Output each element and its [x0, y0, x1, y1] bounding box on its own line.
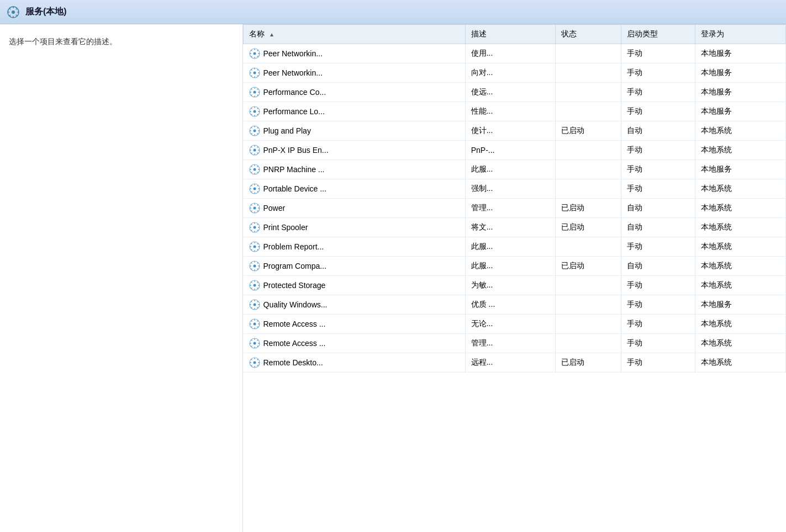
service-name-text: Peer Networkin... [263, 68, 323, 77]
service-name-cell: Remote Access ... [244, 315, 466, 334]
service-login-as-cell: 本地系统 [695, 121, 786, 141]
service-login-as-cell: 本地系统 [695, 257, 786, 276]
service-description-cell: 使远... [465, 83, 556, 102]
service-description-cell: 使计... [465, 121, 556, 141]
service-status-cell [556, 63, 621, 83]
service-gear-icon [249, 203, 260, 214]
service-login-as-cell: 本地服务 [695, 63, 786, 83]
svg-point-5 [253, 72, 256, 75]
service-status-cell [556, 334, 621, 353]
service-login-as-cell: 本地系统 [695, 353, 786, 373]
table-row[interactable]: Peer Networkin... 使用...手动本地服务 [244, 44, 786, 63]
service-status-cell [556, 160, 621, 179]
service-name-text: Quality Windows... [263, 300, 328, 309]
service-name-text: Protected Storage [263, 281, 326, 290]
table-row[interactable]: Remote Access ... 管理...手动本地系统 [244, 334, 786, 353]
service-startup-type-cell: 手动 [621, 83, 695, 102]
service-status-cell: 已启动 [556, 257, 621, 276]
service-startup-type-cell: 自动 [621, 199, 695, 218]
table-row[interactable]: Performance Co... 使远...手动本地服务 [244, 83, 786, 102]
svg-point-7 [253, 91, 256, 94]
service-name-cell: Plug and Play [244, 121, 466, 141]
table-row[interactable]: Protected Storage 为敏...手动本地系统 [244, 276, 786, 295]
service-name-cell: Remote Access ... [244, 334, 466, 353]
service-login-as-cell: 本地系统 [695, 237, 786, 257]
service-login-as-cell: 本地系统 [695, 276, 786, 295]
service-startup-type-cell: 手动 [621, 160, 695, 179]
service-startup-type-cell: 手动 [621, 179, 695, 199]
service-login-as-cell: 本地系统 [695, 315, 786, 334]
table-header-row: 名称 ▲ 描述 状态 启动类型 登录为 [244, 25, 786, 44]
service-description-cell: 性能... [465, 102, 556, 121]
table-row[interactable]: Quality Windows... 优质 ...手动本地服务 [244, 295, 786, 315]
service-status-cell [556, 141, 621, 160]
service-login-as-cell: 本地服务 [695, 83, 786, 102]
service-startup-type-cell: 手动 [621, 237, 695, 257]
table-row[interactable]: Remote Deskto... 远程...已启动手动本地系统 [244, 353, 786, 373]
svg-point-13 [253, 149, 256, 152]
service-name-text: Portable Device ... [263, 184, 326, 193]
service-name-cell: Peer Networkin... [244, 63, 466, 83]
service-description-cell: 管理... [465, 334, 556, 353]
table-row[interactable]: Performance Lo... 性能...手动本地服务 [244, 102, 786, 121]
table-row[interactable]: Portable Device ... 强制...手动本地系统 [244, 179, 786, 199]
service-gear-icon [249, 357, 260, 368]
col-header-description[interactable]: 描述 [465, 25, 556, 44]
right-panel[interactable]: 名称 ▲ 描述 状态 启动类型 登录为 [243, 24, 786, 532]
service-name-text: Print Spooler [263, 223, 308, 232]
service-startup-type-cell: 手动 [621, 315, 695, 334]
service-login-as-cell: 本地服务 [695, 160, 786, 179]
table-row[interactable]: Print Spooler 将文...已启动自动本地系统 [244, 218, 786, 237]
service-status-cell: 已启动 [556, 218, 621, 237]
service-name-text: Remote Deskto... [263, 358, 323, 367]
service-gear-icon [249, 125, 260, 136]
col-header-status[interactable]: 状态 [556, 25, 621, 44]
service-description-cell: 使用... [465, 44, 556, 63]
service-name-text: PnP-X IP Bus En... [263, 146, 329, 155]
left-panel: 选择一个项目来查看它的描述。 [0, 24, 243, 532]
service-startup-type-cell: 手动 [621, 63, 695, 83]
service-name-text: Program Compa... [263, 262, 326, 270]
service-login-as-cell: 本地系统 [695, 334, 786, 353]
col-header-login-as[interactable]: 登录为 [695, 25, 786, 44]
table-row[interactable]: Plug and Play 使计...已启动自动本地系统 [244, 121, 786, 141]
service-login-as-cell: 本地系统 [695, 179, 786, 199]
service-name-cell: Performance Co... [244, 83, 466, 102]
table-row[interactable]: Remote Access ... 无论...手动本地系统 [244, 315, 786, 334]
svg-point-27 [253, 284, 256, 287]
service-name-text: Peer Networkin... [263, 49, 323, 58]
main-content: 选择一个项目来查看它的描述。 名称 ▲ 描述 状态 启动类型 登录为 [0, 24, 786, 532]
svg-point-1 [12, 10, 15, 14]
service-status-cell [556, 315, 621, 334]
service-startup-type-cell: 自动 [621, 218, 695, 237]
service-startup-type-cell: 手动 [621, 334, 695, 353]
service-description-cell: 无论... [465, 315, 556, 334]
table-row[interactable]: Power 管理...已启动自动本地系统 [244, 199, 786, 218]
col-header-startup-type[interactable]: 启动类型 [621, 25, 695, 44]
service-startup-type-cell: 手动 [621, 295, 695, 315]
svg-point-17 [253, 188, 256, 190]
table-row[interactable]: Problem Report... 此服...手动本地系统 [244, 237, 786, 257]
service-description-cell: 强制... [465, 179, 556, 199]
service-name-text: Plug and Play [263, 126, 311, 135]
svg-point-21 [253, 226, 256, 229]
service-startup-type-cell: 自动 [621, 121, 695, 141]
table-row[interactable]: PNRP Machine ... 此服...手动本地服务 [244, 160, 786, 179]
service-name-text: PNRP Machine ... [263, 165, 325, 174]
service-login-as-cell: 本地服务 [695, 295, 786, 315]
service-name-text: Problem Report... [263, 242, 324, 251]
service-name-cell: Program Compa... [244, 257, 466, 276]
service-name-cell: Problem Report... [244, 237, 466, 257]
svg-point-33 [253, 342, 256, 345]
service-description-cell: 远程... [465, 353, 556, 373]
service-gear-icon [249, 48, 260, 59]
table-row[interactable]: Program Compa... 此服...已启动自动本地系统 [244, 257, 786, 276]
service-name-cell: Remote Deskto... [244, 353, 466, 373]
service-name-text: Performance Co... [263, 88, 326, 97]
service-name-text: Remote Access ... [263, 339, 326, 348]
table-row[interactable]: Peer Networkin... 向对...手动本地服务 [244, 63, 786, 83]
service-gear-icon [249, 87, 260, 98]
col-header-name[interactable]: 名称 ▲ [244, 25, 466, 44]
table-row[interactable]: PnP-X IP Bus En... PnP-...手动本地系统 [244, 141, 786, 160]
service-description-cell: 此服... [465, 237, 556, 257]
